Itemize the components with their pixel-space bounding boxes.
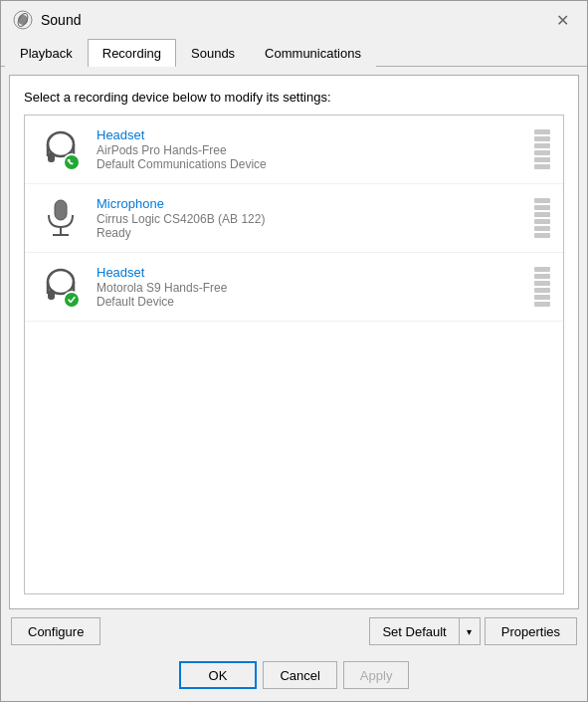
close-button[interactable]: ✕: [549, 7, 575, 33]
device-status-2: Ready: [97, 226, 533, 240]
device-item-airpods[interactable]: Headset AirPods Pro Hands-Free Default C…: [25, 116, 563, 184]
device-name-3: Headset: [97, 265, 533, 280]
device-icon-wrap-2: [37, 194, 85, 242]
dialog-body: Select a recording device below to modif…: [1, 67, 587, 701]
properties-button[interactable]: Properties: [485, 617, 577, 645]
content-area: Select a recording device below to modif…: [9, 75, 579, 609]
check-badge-3: [63, 291, 81, 309]
device-info-1: Headset AirPods Pro Hands-Free Default C…: [97, 127, 533, 171]
device-icon-wrap-3: [37, 263, 85, 311]
sound-icon: [13, 10, 33, 30]
svg-point-1: [18, 15, 28, 25]
instruction-text: Select a recording device below to modif…: [24, 90, 564, 105]
apply-button[interactable]: Apply: [343, 661, 410, 689]
cancel-button[interactable]: Cancel: [263, 661, 336, 689]
set-default-button[interactable]: Set Default: [369, 617, 458, 645]
bottom-bar: Configure Set Default ▾ Properties: [1, 609, 587, 653]
tab-communications[interactable]: Communications: [250, 39, 376, 67]
device-status-1: Default Communications Device: [97, 157, 533, 171]
tab-recording[interactable]: Recording: [88, 39, 176, 67]
set-default-split: Set Default ▾: [369, 617, 480, 645]
level-bars-2: [533, 194, 551, 242]
dialog-title: Sound: [41, 12, 549, 28]
svg-rect-8: [55, 200, 67, 220]
device-name-1: Headset: [97, 127, 533, 142]
level-bars-3: [533, 263, 551, 311]
tabs-bar: Playback Recording Sounds Communications: [1, 39, 587, 67]
device-item-motorola[interactable]: Headset Motorola S9 Hands-Free Default D…: [25, 253, 563, 322]
set-default-arrow[interactable]: ▾: [459, 617, 481, 645]
ok-button[interactable]: OK: [179, 661, 258, 689]
action-buttons: OK Cancel Apply: [1, 653, 587, 701]
device-name-2: Microphone: [97, 196, 533, 211]
device-list: Headset AirPods Pro Hands-Free Default C…: [24, 115, 564, 594]
device-info-2: Microphone Cirrus Logic CS4206B (AB 122)…: [97, 196, 533, 240]
level-bars-1: [533, 125, 551, 173]
tab-playback[interactable]: Playback: [5, 39, 88, 67]
device-status-3: Default Device: [97, 295, 533, 309]
device-icon-wrap-1: [37, 125, 85, 173]
configure-button[interactable]: Configure: [11, 617, 100, 645]
sound-dialog: Sound ✕ Playback Recording Sounds Commun…: [0, 0, 588, 702]
device-desc-3: Motorola S9 Hands-Free: [97, 281, 533, 295]
phone-badge-1: [63, 153, 81, 171]
tab-sounds[interactable]: Sounds: [176, 39, 250, 67]
title-bar: Sound ✕: [1, 1, 587, 39]
microphone-icon-1: [43, 197, 79, 239]
device-desc-2: Cirrus Logic CS4206B (AB 122): [97, 212, 533, 226]
device-item-microphone[interactable]: Microphone Cirrus Logic CS4206B (AB 122)…: [25, 184, 563, 253]
device-info-3: Headset Motorola S9 Hands-Free Default D…: [97, 265, 533, 309]
device-desc-1: AirPods Pro Hands-Free: [97, 143, 533, 157]
